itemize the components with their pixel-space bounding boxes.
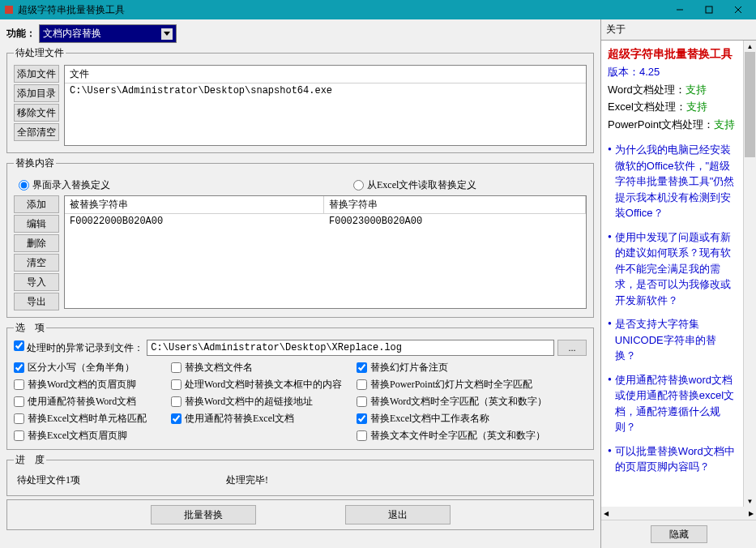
replace-group: 替换内容 界面录入替换定义 从Excel文件读取替换定义 添加 编辑 删除 清空… bbox=[6, 156, 594, 318]
cell-src: F00022000B020A00 bbox=[65, 214, 324, 229]
browse-button[interactable]: ... bbox=[557, 340, 587, 356]
export-rules-button[interactable]: 导出 bbox=[14, 293, 59, 310]
file-column-header: 文件 bbox=[65, 66, 586, 83]
replace-legend: 替换内容 bbox=[14, 156, 56, 170]
cb-case[interactable]: 区分大小写（全角半角） bbox=[14, 361, 168, 375]
delete-rule-button[interactable]: 删除 bbox=[14, 234, 59, 252]
radio-excel-input[interactable]: 从Excel文件读取替换定义 bbox=[353, 178, 476, 192]
vertical-scrollbar[interactable]: ▲ ▼ bbox=[743, 41, 756, 507]
add-file-button[interactable]: 添加文件 bbox=[14, 65, 59, 83]
svg-rect-2 bbox=[706, 6, 712, 13]
cb-excel-cellmatch[interactable]: 替换Excel文档时单元格匹配 bbox=[14, 412, 168, 426]
faq-link[interactable]: 可以批量替换Word文档中的页眉页脚内容吗？ bbox=[608, 443, 737, 475]
about-panel: 关于 超级字符串批量替换工具 版本：4.25 Word文档处理：支持 Excel… bbox=[600, 19, 756, 548]
col-source: 被替换字符串 bbox=[65, 196, 324, 213]
scroll-right-icon[interactable]: ▶ bbox=[746, 510, 756, 517]
cb-slide-notes[interactable]: 替换幻灯片备注页 bbox=[357, 361, 587, 375]
pending-files-group: 待处理文件 添加文件 添加目录 移除文件 全部清空 文件 C:\Users\Ad… bbox=[6, 46, 594, 153]
cb-excel-hdrftr[interactable]: 替换Excel文档页眉页脚 bbox=[14, 429, 168, 443]
excel-support: Excel文档处理：支持 bbox=[608, 99, 737, 115]
about-content: 超级字符串批量替换工具 版本：4.25 Word文档处理：支持 Excel文档处… bbox=[601, 41, 743, 507]
faq-link[interactable]: 使用中发现了问题或有新的建议如何联系？现有软件不能完全满足我的需求，是否可以为我… bbox=[608, 229, 737, 309]
minimize-button[interactable] bbox=[665, 0, 694, 19]
horizontal-scrollbar[interactable]: ◀ ▶ bbox=[601, 507, 756, 520]
scroll-down-icon[interactable]: ▼ bbox=[744, 495, 756, 507]
titlebar: 超级字符串批量替换工具 bbox=[0, 0, 756, 19]
col-target: 替换字符串 bbox=[324, 196, 586, 213]
progress-text: 待处理文件1项 bbox=[17, 473, 80, 487]
table-row[interactable]: F00022000B020A00 F00023000B020A00 bbox=[65, 214, 586, 229]
progress-status: 处理完毕! bbox=[226, 473, 268, 487]
chevron-down-icon bbox=[161, 28, 173, 40]
cb-text-wholeword[interactable]: 替换文本文件时全字匹配（英文和数字） bbox=[357, 429, 587, 443]
faq-link[interactable]: 是否支持大字符集UNICODE字符串的替换？ bbox=[608, 316, 737, 364]
remove-file-button[interactable]: 移除文件 bbox=[14, 104, 59, 122]
cb-word-hdrftr[interactable]: 替换Word文档的页眉页脚 bbox=[14, 378, 168, 392]
import-rules-button[interactable]: 导入 bbox=[14, 273, 59, 291]
file-list[interactable]: 文件 C:\Users\Administrator\Desktop\snapsh… bbox=[64, 65, 587, 146]
app-icon bbox=[3, 4, 15, 15]
cell-dst: F00023000B020A00 bbox=[324, 214, 586, 229]
exit-button[interactable]: 退出 bbox=[345, 505, 451, 524]
version-label: 版本：4.25 bbox=[608, 64, 737, 80]
clear-all-button[interactable]: 全部清空 bbox=[14, 123, 59, 141]
cb-word-wildcard[interactable]: 使用通配符替换Word文档 bbox=[14, 395, 168, 409]
scroll-thumb[interactable] bbox=[745, 52, 755, 157]
radio-ui-input[interactable]: 界面录入替换定义 bbox=[19, 178, 110, 192]
cb-ppt-wholeword[interactable]: 替换PowerPoint幻灯片文档时全字匹配 bbox=[357, 378, 587, 392]
cb-excel-sheetname[interactable]: 替换Excel文档中工作表名称 bbox=[357, 412, 587, 426]
cb-word-hyperlink[interactable]: 替换Word文档中的超链接地址 bbox=[171, 395, 353, 409]
window-title: 超级字符串批量替换工具 bbox=[18, 3, 665, 17]
scroll-up-icon[interactable]: ▲ bbox=[744, 41, 756, 52]
function-label: 功能： bbox=[6, 27, 36, 41]
hide-button[interactable]: 隐藏 bbox=[651, 525, 707, 543]
scroll-left-icon[interactable]: ◀ bbox=[601, 510, 611, 517]
tool-name: 超级字符串批量替换工具 bbox=[608, 45, 737, 62]
replace-table[interactable]: 被替换字符串 替换字符串 F00022000B020A00 F00023000B… bbox=[64, 195, 587, 309]
svg-rect-0 bbox=[5, 6, 13, 14]
edit-rule-button[interactable]: 编辑 bbox=[14, 215, 59, 233]
ppt-support: PowerPoint文档处理：支持 bbox=[608, 117, 737, 133]
log-path-input[interactable] bbox=[147, 340, 554, 356]
options-legend: 选 项 bbox=[14, 321, 46, 335]
options-group: 选 项 处理时的异常记录到文件： ... 区分大小写（全角半角） 替换文档文件名… bbox=[6, 321, 594, 450]
pending-legend: 待处理文件 bbox=[14, 46, 66, 60]
cb-log[interactable]: 处理时的异常记录到文件： bbox=[14, 340, 143, 355]
word-support: Word文档处理：支持 bbox=[608, 82, 737, 98]
progress-legend: 进 度 bbox=[14, 453, 46, 467]
about-title: 关于 bbox=[601, 19, 756, 41]
cb-word-textbox[interactable]: 处理Word文档时替换文本框中的内容 bbox=[171, 378, 353, 392]
file-row[interactable]: C:\Users\Administrator\Desktop\snapshot6… bbox=[65, 83, 586, 98]
cb-filename[interactable]: 替换文档文件名 bbox=[171, 361, 353, 375]
faq-link[interactable]: 为什么我的电脑已经安装微软的Office软件，"超级字符串批量替换工具"仍然提示… bbox=[608, 142, 737, 221]
batch-replace-button[interactable]: 批量替换 bbox=[151, 505, 256, 524]
close-button[interactable] bbox=[724, 0, 753, 19]
add-dir-button[interactable]: 添加目录 bbox=[14, 84, 59, 102]
function-dropdown[interactable]: 文档内容替换 bbox=[39, 24, 177, 43]
add-rule-button[interactable]: 添加 bbox=[14, 195, 59, 213]
cb-excel-wildcard[interactable]: 使用通配符替换Excel文档 bbox=[171, 412, 353, 426]
function-value: 文档内容替换 bbox=[43, 27, 101, 41]
maximize-button[interactable] bbox=[694, 0, 724, 19]
clear-rules-button[interactable]: 清空 bbox=[14, 254, 59, 272]
faq-link[interactable]: 使用通配符替换word文档或使用通配符替换excel文档，通配符遵循什么规则？ bbox=[608, 372, 737, 435]
progress-group: 进 度 待处理文件1项 处理完毕! bbox=[6, 453, 594, 496]
cb-word-wholeword[interactable]: 替换Word文档时全字匹配（英文和数字） bbox=[357, 395, 587, 409]
main-panel: 功能： 文档内容替换 待处理文件 添加文件 添加目录 移除文件 全部清空 文件 … bbox=[0, 19, 600, 548]
